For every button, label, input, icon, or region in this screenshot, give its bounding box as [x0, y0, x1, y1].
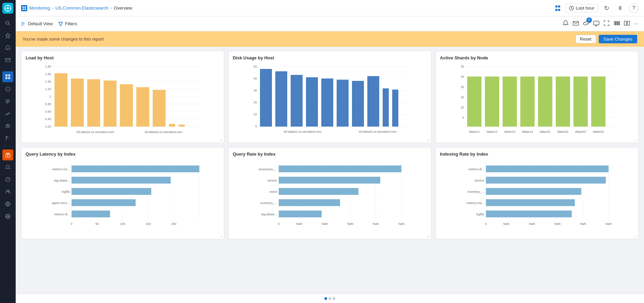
layout-toolbar-icon[interactable]	[624, 20, 630, 28]
svg-text:15: 15	[461, 96, 464, 99]
sidebar-item-team[interactable]	[2, 186, 13, 197]
filters-button[interactable]: Filters	[58, 21, 77, 26]
toolbar: Default View Filters 0	[16, 16, 644, 31]
default-view-button[interactable]: Default View	[21, 21, 53, 26]
svg-marker-8	[5, 33, 10, 38]
chart-indexing-rate-expand[interactable]: ⌄	[634, 234, 637, 237]
svg-point-33	[7, 203, 9, 205]
link-toolbar-icon[interactable]: 0	[583, 20, 589, 28]
svg-text:tsf-data33.us.sematext.com: tsf-data33.us.sematext.com	[145, 130, 183, 134]
svg-rect-54	[594, 21, 599, 25]
lines-icon	[21, 21, 26, 26]
svg-point-31	[6, 190, 8, 192]
expand-toolbar-icon[interactable]	[603, 20, 610, 28]
chart-active-shards: Active Shards by Node 30 25	[435, 51, 639, 143]
svg-text:0.20: 0.20	[45, 125, 51, 128]
svg-text:datax12: datax12	[487, 130, 497, 133]
svg-text:inventory_...: inventory_...	[260, 201, 277, 205]
banner-message: You've made some changes to this report	[22, 37, 104, 42]
sidebar-item-search[interactable]	[2, 18, 13, 29]
svg-rect-83	[55, 73, 67, 127]
breadcrumb-sep-1: ›	[52, 6, 53, 11]
page-dot-2[interactable]	[328, 297, 331, 300]
mail-toolbar-icon[interactable]	[573, 20, 579, 28]
top-nav-right: Last hour ↻ ⏸ ?	[555, 3, 639, 13]
chart-shards-expand[interactable]: ⌄	[634, 138, 637, 141]
svg-rect-64	[627, 21, 630, 25]
svg-text:0.40: 0.40	[45, 117, 51, 121]
save-changes-button[interactable]: Save Changes	[599, 35, 637, 43]
sidebar-item-settings[interactable]	[2, 199, 13, 210]
sidebar-item-notifications[interactable]	[2, 162, 13, 173]
svg-text:tag-aliase...: tag-aliase...	[261, 213, 277, 216]
svg-text:50: 50	[254, 65, 257, 68]
reset-button[interactable]: Reset	[576, 35, 596, 43]
charts-row-2: Query Latency by Index metrics-me... tag…	[21, 147, 639, 239]
sidebar-item-flag[interactable]	[2, 133, 13, 144]
svg-rect-110	[321, 78, 333, 127]
refresh-button[interactable]: ↻	[602, 4, 611, 13]
svg-rect-158	[72, 165, 199, 172]
svg-rect-109	[306, 77, 318, 127]
svg-text:datax14: datax14	[522, 130, 533, 133]
toolbar-left: Default View Filters	[21, 21, 77, 26]
sidebar-item-help[interactable]: ?	[2, 174, 13, 185]
monitoring-icon	[21, 5, 27, 11]
sidebar-item-info[interactable]: i	[2, 84, 13, 95]
sidebar-item-alerts[interactable]	[2, 42, 13, 53]
svg-rect-160	[72, 188, 151, 195]
time-range-button[interactable]: Last hour	[565, 4, 598, 12]
svg-rect-115	[392, 90, 398, 127]
svg-rect-37	[22, 6, 24, 8]
screen-toolbar-icon[interactable]	[593, 20, 599, 28]
chart-query-latency-expand[interactable]: ⌄	[220, 234, 223, 237]
sidebar-item-star[interactable]	[2, 30, 13, 41]
svg-text:event: event	[270, 190, 277, 193]
svg-rect-85	[87, 79, 100, 127]
sidebar-item-gift[interactable]	[2, 149, 13, 160]
sidebar-item-trace[interactable]	[2, 108, 13, 119]
svg-marker-51	[59, 22, 63, 26]
svg-point-1	[7, 7, 9, 9]
svg-text:10: 10	[461, 106, 464, 109]
chart-query-rate-expand[interactable]: ⌄	[427, 234, 430, 237]
svg-text:NaN: NaN	[373, 222, 379, 226]
svg-text:metrics-ma...: metrics-ma...	[466, 201, 484, 205]
grid-icon[interactable]	[555, 5, 561, 11]
barcode-toolbar-icon[interactable]	[614, 20, 620, 28]
help-button[interactable]: ?	[629, 3, 639, 13]
svg-text:NaN: NaN	[605, 222, 612, 226]
svg-text:NaN: NaN	[529, 222, 535, 226]
sidebar-item-messages[interactable]	[2, 55, 13, 66]
svg-text:150: 150	[145, 222, 151, 226]
svg-text:30: 30	[254, 89, 257, 92]
chart-load-by-host: Load by Host 1.80	[21, 51, 224, 143]
breadcrumb-app[interactable]: US.Common.Elasticsearch	[56, 5, 108, 11]
sidebar-item-robot[interactable]	[2, 120, 13, 131]
chart-indexing-rate-area: metrics-di... service inventory_... metr…	[440, 159, 634, 234]
svg-text:datax33: datax33	[575, 130, 586, 133]
breadcrumb-page: Overview	[114, 5, 132, 11]
sidebar-item-globe[interactable]	[2, 211, 13, 222]
sidebar-item-logs[interactable]	[2, 96, 13, 107]
page-dot-1[interactable]	[324, 297, 327, 300]
chart-indexing-rate-title: Indexing Rate by Index	[440, 152, 634, 157]
more-options-icon[interactable]: ···	[634, 21, 639, 27]
bell-toolbar-icon[interactable]	[563, 20, 569, 28]
svg-rect-138	[591, 76, 605, 127]
filter-icon	[58, 21, 63, 26]
sidebar-item-monitoring[interactable]	[2, 71, 13, 82]
chart-load-expand[interactable]: ⌄	[220, 138, 223, 141]
toolbar-right: 0 ···	[563, 20, 639, 28]
pause-button[interactable]: ⏸	[615, 4, 625, 12]
svg-rect-205	[486, 211, 572, 217]
chart-disk-expand[interactable]: ⌄	[427, 138, 430, 141]
svg-text:?: ?	[7, 178, 9, 182]
svg-text:1.80: 1.80	[45, 65, 51, 68]
chart-active-shards-title: Active Shards by Node	[440, 55, 634, 60]
breadcrumb-monitoring[interactable]: Monitoring	[29, 5, 50, 11]
sidebar-logo[interactable]	[2, 3, 13, 14]
svg-rect-202	[486, 177, 606, 184]
svg-rect-204	[486, 199, 575, 206]
page-dot-3[interactable]	[333, 297, 335, 300]
